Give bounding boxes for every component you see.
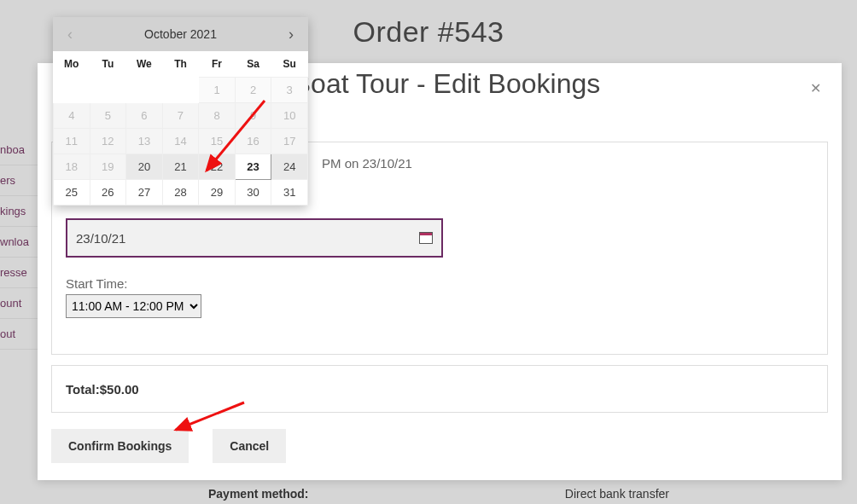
total-panel: Total: $50.00	[51, 365, 828, 413]
calendar-day[interactable]: 17	[271, 129, 308, 154]
calendar-day[interactable]: 3	[271, 78, 308, 103]
calendar-row: 123	[54, 78, 308, 103]
total-label: Total:	[66, 382, 100, 397]
calendar-day[interactable]: 10	[271, 103, 308, 129]
calendar-day[interactable]: 24	[271, 154, 308, 180]
calendar-popup: ‹ October 2021 › Mo Tu We Th Fr Sa Su 12…	[53, 17, 308, 206]
prev-month-icon[interactable]: ‹	[58, 26, 82, 43]
sidebar-item[interactable]: wnloa	[0, 227, 41, 258]
calendar-day[interactable]: 5	[90, 103, 126, 129]
date-input-value: 23/10/21	[76, 231, 125, 246]
calendar-day[interactable]: 23	[235, 154, 271, 180]
sidebar: nboa ers kings wnloa resse ount out	[0, 135, 41, 350]
calendar-grid: Mo Tu We Th Fr Sa Su 1234567891011121314…	[53, 51, 308, 206]
calendar-icon[interactable]	[419, 232, 433, 244]
total-value: $50.00	[100, 382, 139, 397]
calendar-day[interactable]: 20	[126, 154, 163, 180]
calendar-day[interactable]: 28	[162, 180, 199, 206]
weekday: Th	[162, 51, 199, 78]
calendar-day[interactable]: 27	[126, 180, 163, 206]
payment-method-row: Payment method: Direct bank transfer	[208, 487, 669, 501]
calendar-day[interactable]: 14	[162, 129, 199, 154]
payment-method-value: Direct bank transfer	[565, 487, 669, 501]
booking-summary-text: PM on 23/10/21	[322, 156, 813, 171]
calendar-day[interactable]: 12	[90, 129, 126, 154]
calendar-day[interactable]: 31	[271, 180, 308, 206]
start-time-select[interactable]: 11:00 AM - 12:00 PM	[66, 294, 201, 318]
cancel-button[interactable]: Cancel	[213, 429, 286, 463]
next-month-icon[interactable]: ›	[279, 26, 303, 43]
calendar-day[interactable]: 6	[126, 103, 163, 129]
weekday: Su	[271, 51, 308, 78]
calendar-day[interactable]: 30	[235, 180, 271, 206]
payment-method-label: Payment method:	[208, 487, 308, 501]
calendar-header: ‹ October 2021 ›	[53, 17, 308, 51]
calendar-day[interactable]: 19	[90, 154, 126, 180]
calendar-row: 18192021222324	[54, 154, 308, 180]
button-row: Confirm Bookings Cancel	[51, 429, 286, 463]
confirm-bookings-button[interactable]: Confirm Bookings	[51, 429, 189, 463]
weekday: We	[126, 51, 163, 78]
sidebar-item[interactable]: kings	[0, 196, 41, 227]
sidebar-item[interactable]: ount	[0, 288, 41, 319]
calendar-day[interactable]: 22	[199, 154, 236, 180]
close-icon[interactable]: ✕	[810, 80, 821, 96]
calendar-day[interactable]: 4	[54, 103, 90, 129]
calendar-row: 25262728293031	[54, 180, 308, 206]
calendar-empty-cell	[54, 78, 90, 103]
weekday: Tu	[90, 51, 126, 78]
calendar-empty-cell	[126, 78, 163, 103]
calendar-day[interactable]: 7	[162, 103, 199, 129]
calendar-day[interactable]: 2	[235, 78, 271, 103]
calendar-day[interactable]: 18	[54, 154, 90, 180]
calendar-day[interactable]: 29	[199, 180, 236, 206]
calendar-row: 45678910	[54, 103, 308, 129]
calendar-day[interactable]: 16	[235, 129, 271, 154]
calendar-day[interactable]: 8	[199, 103, 236, 129]
calendar-day[interactable]: 13	[126, 129, 163, 154]
weekday: Mo	[54, 51, 90, 78]
calendar-empty-cell	[90, 78, 126, 103]
calendar-weekday-row: Mo Tu We Th Fr Sa Su	[54, 51, 308, 78]
calendar-day[interactable]: 21	[162, 154, 199, 180]
calendar-row: 11121314151617	[54, 129, 308, 154]
calendar-day[interactable]: 25	[54, 180, 90, 206]
date-input[interactable]: 23/10/21	[66, 218, 443, 258]
sidebar-item[interactable]: resse	[0, 258, 41, 288]
start-time-label: Start Time:	[66, 276, 813, 291]
sidebar-item[interactable]: nboa	[0, 135, 41, 165]
sidebar-item[interactable]: ers	[0, 165, 41, 196]
calendar-month-label: October 2021	[144, 27, 217, 41]
calendar-day[interactable]: 26	[90, 180, 126, 206]
weekday: Sa	[235, 51, 271, 78]
calendar-day[interactable]: 1	[199, 78, 236, 103]
calendar-day[interactable]: 15	[199, 129, 236, 154]
calendar-day[interactable]: 9	[235, 103, 271, 129]
calendar-empty-cell	[162, 78, 199, 103]
sidebar-item[interactable]: out	[0, 319, 41, 350]
calendar-day[interactable]: 11	[54, 129, 90, 154]
weekday: Fr	[199, 51, 236, 78]
